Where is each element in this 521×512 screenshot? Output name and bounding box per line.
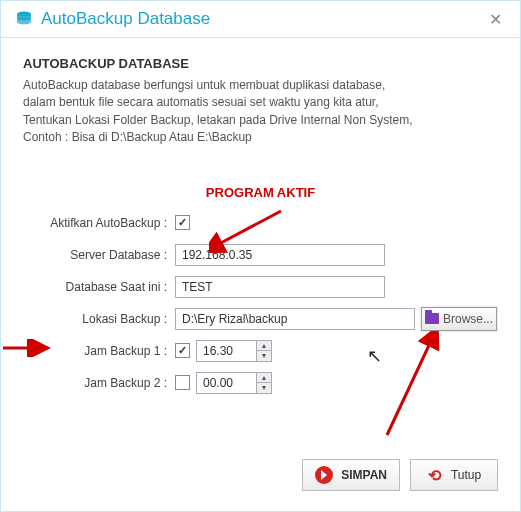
enable-checkbox[interactable] <box>175 215 190 230</box>
settings-form: Aktifkan AutoBackup : Server Database : … <box>23 210 498 396</box>
program-status: PROGRAM AKTIF <box>23 185 498 200</box>
play-icon <box>315 466 333 484</box>
back-icon: ⟲ <box>427 467 443 483</box>
jam2-spin-up[interactable]: ▲ <box>256 373 271 384</box>
jam2-label: Jam Backup 2 : <box>23 376 175 390</box>
folder-icon <box>425 313 439 324</box>
jam2-checkbox[interactable] <box>175 375 190 390</box>
close-button[interactable]: ⟲ Tutup <box>410 459 498 491</box>
jam1-spin-up[interactable]: ▲ <box>256 341 271 352</box>
footer-buttons: SIMPAN ⟲ Tutup <box>302 459 498 491</box>
jam1-spin-down[interactable]: ▼ <box>256 351 271 361</box>
server-label: Server Database : <box>23 248 175 262</box>
description: AutoBackup database berfungsi untuk memb… <box>23 77 498 147</box>
dbname-input[interactable] <box>175 276 385 298</box>
location-label: Lokasi Backup : <box>23 312 175 326</box>
server-input[interactable] <box>175 244 385 266</box>
window-title: AutoBackup Database <box>41 9 210 29</box>
enable-label: Aktifkan AutoBackup : <box>23 216 175 230</box>
browse-button[interactable]: Browse... <box>421 307 497 331</box>
content-area: AUTOBACKUP DATABASE AutoBackup database … <box>1 38 520 412</box>
section-heading: AUTOBACKUP DATABASE <box>23 56 498 71</box>
autobackup-dialog: AutoBackup Database ✕ AUTOBACKUP DATABAS… <box>0 0 521 512</box>
database-icon <box>15 10 33 28</box>
jam1-label: Jam Backup 1 : <box>23 344 175 358</box>
location-input[interactable] <box>175 308 415 330</box>
jam1-checkbox[interactable] <box>175 343 190 358</box>
dbname-label: Database Saat ini : <box>23 280 175 294</box>
jam2-spin-down[interactable]: ▼ <box>256 383 271 393</box>
close-icon[interactable]: ✕ <box>485 10 506 29</box>
titlebar: AutoBackup Database ✕ <box>1 1 520 38</box>
save-button[interactable]: SIMPAN <box>302 459 400 491</box>
